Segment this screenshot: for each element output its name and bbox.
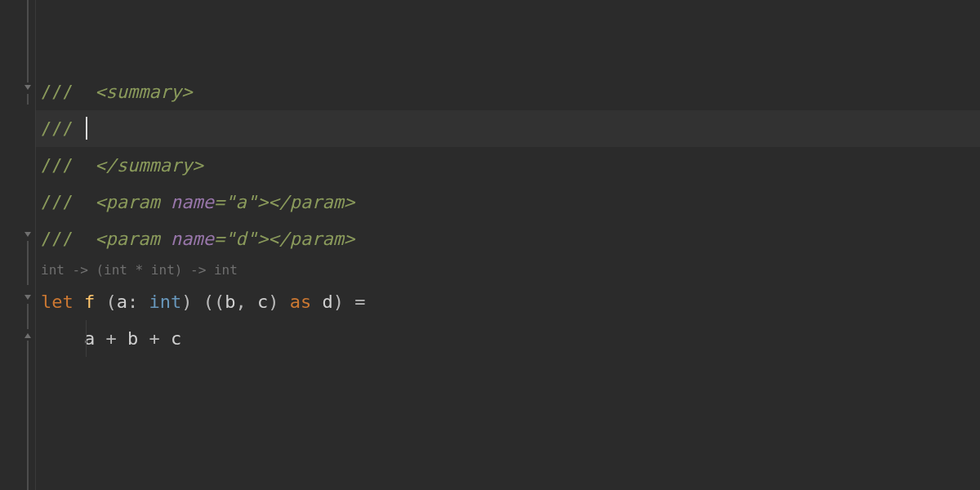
- doc-slash: ///: [41, 229, 95, 249]
- gutter: [0, 0, 36, 490]
- plus-op: +: [149, 328, 159, 349]
- identifier-d: d: [323, 292, 333, 312]
- fold-toggle-icon[interactable]: [22, 82, 33, 94]
- param-value-a: "a": [225, 192, 257, 212]
- paren-open: (: [214, 292, 225, 312]
- param-open: <param: [95, 229, 171, 249]
- plus-op: +: [105, 328, 116, 349]
- code-line-doc-param-a[interactable]: /// <param name="a"></param>: [36, 184, 980, 220]
- code-line-doc-summary-close[interactable]: /// </summary>: [36, 147, 980, 184]
- paren-open: (: [106, 292, 117, 312]
- identifier-b: b: [225, 292, 235, 312]
- identifier-c: c: [257, 292, 268, 312]
- type-int: int: [149, 292, 182, 312]
- code-line-doc-summary-open[interactable]: /// <summary>: [36, 74, 980, 110]
- param-close-tag: </param>: [268, 229, 354, 249]
- identifier-c: c: [171, 328, 181, 349]
- fold-close-icon[interactable]: [22, 329, 33, 341]
- doc-slash: ///: [41, 82, 95, 102]
- indent-guide: [86, 320, 87, 357]
- identifier-a: a: [117, 292, 127, 312]
- identifier-b: b: [127, 328, 138, 349]
- colon: :: [127, 292, 138, 312]
- function-name: f: [84, 292, 95, 312]
- paren-close: ): [268, 292, 278, 312]
- fold-toggle-icon[interactable]: [22, 229, 33, 241]
- summary-close-tag: </summary>: [95, 155, 203, 176]
- param-open-end: >: [257, 229, 268, 249]
- equals: =: [214, 229, 225, 249]
- indent: [41, 328, 84, 349]
- fold-guide-line: [27, 296, 29, 490]
- paren-open: (: [203, 292, 214, 312]
- code-line-doc-param-d[interactable]: /// <param name="d"></param>: [36, 220, 980, 257]
- code-line[interactable]: [36, 37, 980, 74]
- equals: =: [214, 192, 225, 212]
- code-line-active[interactable]: ///: [36, 110, 980, 147]
- comma: ,: [236, 292, 247, 312]
- code-editor[interactable]: /// <summary> /// /// </summary> /// <pa…: [0, 0, 980, 490]
- code-area[interactable]: /// <summary> /// /// </summary> /// <pa…: [36, 0, 980, 490]
- param-attr-name: name: [171, 192, 214, 212]
- summary-open-tag: <summary>: [95, 82, 192, 102]
- doc-slash: ///: [41, 192, 95, 212]
- param-open-end: >: [257, 192, 268, 212]
- keyword-as: as: [290, 292, 312, 312]
- paren-close: ): [333, 292, 344, 312]
- param-value-d: "d": [225, 229, 257, 249]
- fold-toggle-icon[interactable]: [22, 292, 33, 304]
- text-cursor: [86, 117, 87, 140]
- param-close-tag: </param>: [268, 192, 354, 212]
- param-attr-name: name: [171, 229, 214, 249]
- param-open: <param: [95, 192, 171, 212]
- doc-slash: ///: [41, 155, 95, 176]
- doc-slash: ///: [41, 118, 84, 139]
- code-line-body[interactable]: a + b + c: [36, 320, 980, 357]
- keyword-let: let: [41, 292, 74, 312]
- paren-close: ): [181, 292, 192, 312]
- equals-op: =: [354, 292, 365, 312]
- inlay-hint: int -> (int * int) -> int: [36, 257, 980, 283]
- code-line-let[interactable]: let f (a: int) ((b, c) as d) =: [36, 283, 980, 320]
- code-line[interactable]: [36, 0, 980, 37]
